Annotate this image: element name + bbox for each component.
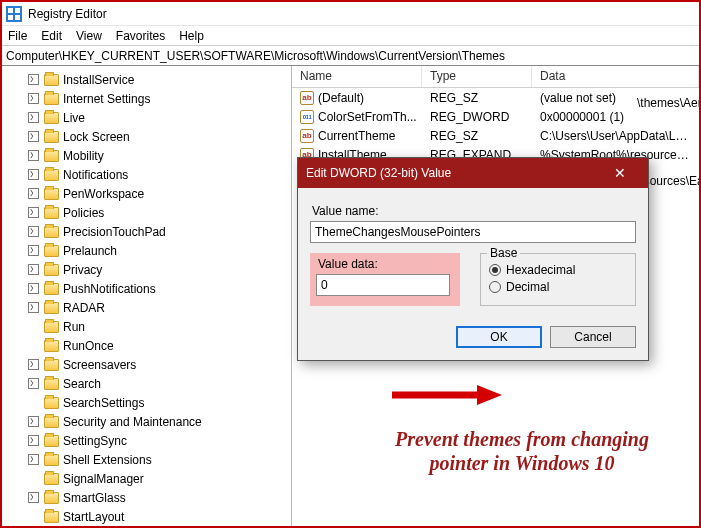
- tree-item[interactable]: RunOnce: [6, 336, 291, 355]
- menu-edit[interactable]: Edit: [41, 29, 62, 43]
- cancel-button[interactable]: Cancel: [550, 326, 636, 348]
- value-data: C:\Users\User\AppData\Local: [532, 129, 699, 143]
- folder-icon: [44, 93, 59, 105]
- col-header-data[interactable]: Data: [532, 66, 699, 87]
- folder-icon: [44, 454, 59, 466]
- tree-item-label: PrecisionTouchPad: [63, 225, 166, 239]
- tree-item-label: RunOnce: [63, 339, 114, 353]
- tree-item[interactable]: Live: [6, 108, 291, 127]
- folder-icon: [44, 188, 59, 200]
- tree-item[interactable]: Notifications: [6, 165, 291, 184]
- tree-item[interactable]: SettingSync: [6, 431, 291, 450]
- tree-item[interactable]: SignalManager: [6, 469, 291, 488]
- tree-item[interactable]: RADAR: [6, 298, 291, 317]
- window-title: Registry Editor: [28, 7, 107, 21]
- tree-item-label: StartLayout: [63, 510, 124, 524]
- tree-view[interactable]: InstallServiceInternet SettingsLiveLock …: [2, 66, 292, 526]
- annotation-caption: Prevent themes from changing pointer in …: [372, 427, 672, 475]
- tree-item[interactable]: StartLayout: [6, 507, 291, 526]
- list-row[interactable]: CurrentThemeREG_SZC:\Users\User\AppData\…: [292, 126, 699, 145]
- tree-item[interactable]: SmartGlass: [6, 488, 291, 507]
- col-header-name[interactable]: Name: [292, 66, 422, 87]
- tree-item[interactable]: Search: [6, 374, 291, 393]
- tree-item[interactable]: SearchSettings: [6, 393, 291, 412]
- col-header-type[interactable]: Type: [422, 66, 532, 87]
- tree-item[interactable]: Security and Maintenance: [6, 412, 291, 431]
- close-icon[interactable]: ✕: [600, 160, 640, 186]
- folder-icon: [44, 473, 59, 485]
- tree-item-label: Policies: [63, 206, 104, 220]
- menu-view[interactable]: View: [76, 29, 102, 43]
- folder-icon: [44, 169, 59, 181]
- folder-icon: [44, 359, 59, 371]
- edit-dword-dialog: Edit DWORD (32-bit) Value ✕ Value name: …: [297, 157, 649, 361]
- value-data-label: Value data:: [318, 257, 454, 271]
- menu-file[interactable]: File: [8, 29, 27, 43]
- data-fragment: \themes\Aero: [637, 96, 699, 110]
- folder-icon: [44, 245, 59, 257]
- tree-item[interactable]: Run: [6, 317, 291, 336]
- tree-item-label: SearchSettings: [63, 396, 144, 410]
- radio-icon: [489, 281, 501, 293]
- folder-icon: [44, 492, 59, 504]
- value-name-input[interactable]: [310, 221, 636, 243]
- tree-item[interactable]: InstallService: [6, 70, 291, 89]
- tree-item-label: Screensavers: [63, 358, 136, 372]
- menu-help[interactable]: Help: [179, 29, 204, 43]
- tree-item-label: InstallService: [63, 73, 134, 87]
- tree-item[interactable]: Prelaunch: [6, 241, 291, 260]
- address-path: Computer\HKEY_CURRENT_USER\SOFTWARE\Micr…: [6, 49, 505, 63]
- folder-icon: [44, 378, 59, 390]
- tree-item[interactable]: Screensavers: [6, 355, 291, 374]
- folder-icon: [44, 264, 59, 276]
- folder-icon: [44, 226, 59, 238]
- tree-item[interactable]: PushNotifications: [6, 279, 291, 298]
- list-header: Name Type Data: [292, 66, 699, 88]
- binary-value-icon: [300, 110, 314, 124]
- tree-item[interactable]: Policies: [6, 203, 291, 222]
- base-group: Base Hexadecimal Decimal: [480, 253, 636, 306]
- tree-item-label: Live: [63, 111, 85, 125]
- folder-icon: [44, 207, 59, 219]
- tree-item[interactable]: Internet Settings: [6, 89, 291, 108]
- folder-icon: [44, 340, 59, 352]
- folder-icon: [44, 112, 59, 124]
- address-bar[interactable]: Computer\HKEY_CURRENT_USER\SOFTWARE\Micr…: [2, 46, 699, 66]
- value-type: REG_DWORD: [422, 110, 532, 124]
- tree-item[interactable]: PenWorkspace: [6, 184, 291, 203]
- tree-item[interactable]: Shell Extensions: [6, 450, 291, 469]
- menubar: File Edit View Favorites Help: [2, 26, 699, 46]
- tree-item[interactable]: Privacy: [6, 260, 291, 279]
- folder-icon: [44, 397, 59, 409]
- value-data-block: Value data:: [310, 253, 460, 306]
- radio-hex-label: Hexadecimal: [506, 263, 575, 277]
- value-data-input[interactable]: [316, 274, 450, 296]
- string-value-icon: [300, 129, 314, 143]
- radio-decimal[interactable]: Decimal: [489, 280, 627, 294]
- radio-hexadecimal[interactable]: Hexadecimal: [489, 263, 627, 277]
- base-label: Base: [487, 246, 520, 260]
- value-name: (Default): [318, 91, 364, 105]
- tree-item-label: Run: [63, 320, 85, 334]
- tree-item-label: PenWorkspace: [63, 187, 144, 201]
- tree-item-label: Shell Extensions: [63, 453, 152, 467]
- tree-item-label: Internet Settings: [63, 92, 150, 106]
- regedit-icon: [6, 6, 22, 22]
- value-name: CurrentTheme: [318, 129, 395, 143]
- tree-item[interactable]: Mobility: [6, 146, 291, 165]
- menu-favorites[interactable]: Favorites: [116, 29, 165, 43]
- folder-icon: [44, 321, 59, 333]
- tree-item-label: Privacy: [63, 263, 102, 277]
- dialog-titlebar[interactable]: Edit DWORD (32-bit) Value ✕: [298, 158, 648, 188]
- svg-rect-3: [15, 15, 20, 20]
- tree-item[interactable]: Lock Screen: [6, 127, 291, 146]
- folder-icon: [44, 511, 59, 523]
- ok-button[interactable]: OK: [456, 326, 542, 348]
- tree-item-label: Security and Maintenance: [63, 415, 202, 429]
- string-value-icon: [300, 91, 314, 105]
- radio-icon: [489, 264, 501, 276]
- tree-item[interactable]: PrecisionTouchPad: [6, 222, 291, 241]
- tree-item-label: PushNotifications: [63, 282, 156, 296]
- folder-icon: [44, 435, 59, 447]
- value-data: 0x00000001 (1): [532, 110, 699, 124]
